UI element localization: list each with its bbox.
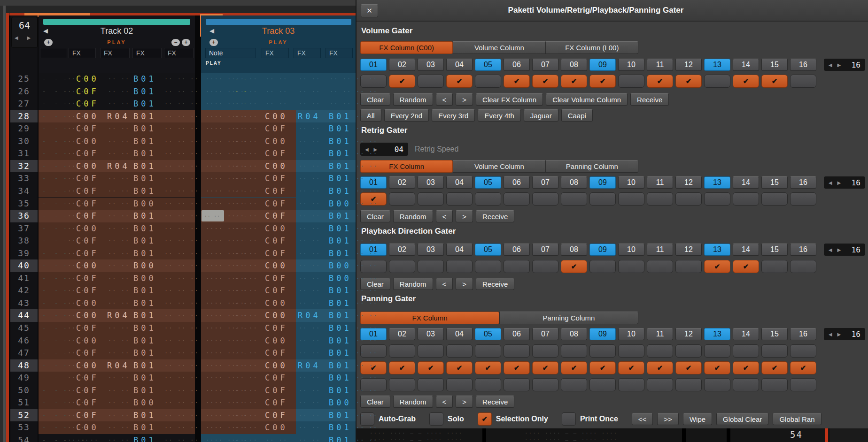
step-checkbox-13[interactable]: ✔ — [704, 260, 730, 273]
step-button-06[interactable]: 06 — [504, 176, 530, 189]
step-button-06[interactable]: 06 — [504, 244, 530, 256]
step-checkbox-10[interactable] — [618, 75, 644, 88]
-button[interactable]: << — [632, 413, 653, 425]
step-button-10[interactable]: 10 — [618, 59, 644, 71]
step-checkbox-08[interactable]: ✔ — [561, 260, 587, 273]
every-4th-button[interactable]: Every 4th — [478, 109, 520, 122]
step-checkbox-10[interactable]: ✔ — [618, 361, 644, 374]
step-checkbox-12[interactable]: ✔ — [675, 361, 702, 374]
every-2nd-button[interactable]: Every 2nd — [384, 109, 429, 122]
step-checkbox-15[interactable]: ✔ — [761, 361, 788, 374]
global-clear-button[interactable]: Global Clear — [716, 413, 768, 425]
pattern-row-track03[interactable]: ···· ···· ··- -C0F·· ··B01·· ·· — [201, 384, 356, 397]
step-checkbox-06[interactable] — [504, 192, 530, 206]
step-button-07[interactable]: 07 — [532, 328, 558, 340]
step-button-02[interactable]: 02 — [389, 328, 415, 340]
step-checkbox-13[interactable] — [704, 344, 730, 358]
-button[interactable]: > — [456, 396, 473, 408]
pattern-row-track02[interactable]: -- -·· ··C0F·· ··B01·· ·· ·· — [39, 322, 195, 335]
step-checkbox-08[interactable] — [561, 192, 587, 206]
step-checkbox-06[interactable] — [504, 378, 530, 391]
step-button-04[interactable]: 04 — [446, 59, 473, 71]
step-checkbox-12[interactable] — [675, 378, 702, 391]
edit-cursor[interactable]: ·· ·· — [202, 210, 224, 221]
step-checkbox-09[interactable] — [589, 378, 616, 391]
pattern-row-track03[interactable]: ···· ···· ··- -C0F·· ··B01·· ·· — [201, 122, 356, 135]
pattern-row-track03[interactable]: ···· ···· ··- -C0F·· ··B01·· ·· — [201, 147, 356, 160]
track-02-title[interactable]: Track 02 — [39, 26, 195, 36]
step-button-11[interactable]: 11 — [647, 176, 673, 189]
switch-volume-column[interactable]: Volume Column — [453, 41, 545, 54]
receive-button[interactable]: Receive — [476, 210, 514, 222]
step-count-spinner[interactable]: ◀ ▶16 — [824, 59, 865, 71]
pattern-row-track02[interactable]: -- -·· ··C00·· ··B01·· ·· ·· — [39, 421, 195, 434]
pattern-row-track02[interactable]: -- -·· ··C0F·· ··B01·· ·· ·· — [39, 210, 195, 222]
step-checkbox-13[interactable] — [704, 75, 730, 88]
step-button-04[interactable]: 04 — [446, 328, 473, 340]
pattern-row-track02[interactable]: -- -·· ···· ···· ··B01·· ·· ·· — [39, 434, 195, 442]
step-button-02[interactable]: 02 — [389, 59, 415, 71]
step-checkbox-11[interactable]: ✔ — [647, 361, 673, 374]
pattern-row-track02[interactable]: -- -·· ··C0F·· ··B01·· ·· ·· — [39, 147, 195, 160]
pattern-row-track02[interactable]: -- -·· ··C0F·· ··B01·· ·· ·· — [39, 172, 195, 185]
step-button-10[interactable]: 10 — [618, 328, 644, 340]
pattern-row-track03[interactable]: ···· ···· ··- -C0F·· ··B00·· ·· — [201, 396, 356, 409]
pattern-row-track02[interactable]: -- -·· ··C0F·· ··B01·· ·· ·· — [39, 409, 195, 422]
step-checkbox-05[interactable] — [475, 344, 501, 358]
step-checkbox-11[interactable] — [647, 344, 673, 358]
pattern-row-track03[interactable]: ···· ···· ··- -C0F·· ··B00·· ·· — [201, 198, 356, 210]
step-button-09[interactable]: 09 — [589, 176, 616, 189]
pattern-row-track03[interactable]: ···· ···· ··- -C0F·· ··B01·· ·· — [201, 347, 356, 359]
step-checkbox-11[interactable]: ✔ — [647, 75, 673, 88]
step-button-15[interactable]: 15 — [761, 176, 788, 189]
step-checkbox-08[interactable]: ✔ — [561, 75, 587, 88]
column-header-blank[interactable] — [40, 48, 67, 58]
step-checkbox-08[interactable] — [561, 378, 587, 391]
step-checkbox-04[interactable]: ✔ — [446, 75, 473, 88]
step-button-03[interactable]: 03 — [418, 328, 444, 340]
step-checkbox-02[interactable] — [389, 344, 415, 358]
add-column-button[interactable]: + — [209, 39, 218, 46]
step-count-spinner[interactable]: ◀ ▶16 — [824, 328, 865, 340]
track-03-title[interactable]: Track 03 — [201, 26, 356, 36]
step-checkbox-03[interactable] — [418, 344, 444, 358]
pattern-row-track02[interactable]: -- -·· ··C0F·· ··B00·· ·· ·· — [39, 272, 195, 285]
step-checkbox-02[interactable] — [389, 192, 415, 206]
pattern-row-track02[interactable]: -- -·· ··C0F·· ··B01·· ·· ·· — [39, 235, 195, 247]
track-02-color-bar[interactable] — [43, 19, 190, 25]
step-button-05[interactable]: 05 — [475, 59, 501, 71]
receive-button[interactable]: Receive — [630, 93, 669, 106]
step-checkbox-15[interactable] — [761, 192, 788, 206]
step-checkbox-02[interactable] — [389, 378, 415, 391]
pattern-row-track03[interactable]: ···· ···· ··- -C00·· ··B01·· ·· — [201, 135, 356, 148]
step-checkbox-08[interactable]: ✔ — [561, 361, 587, 374]
step-button-16[interactable]: 16 — [790, 59, 816, 71]
step-checkbox-04[interactable] — [446, 192, 473, 206]
pattern-row-track02[interactable]: -- -·· ··C00R04B01·· ·· ·· — [39, 160, 195, 173]
step-button-10[interactable]: 10 — [618, 176, 644, 189]
step-button-02[interactable]: 02 — [389, 244, 415, 256]
step-checkbox-12[interactable]: ✔ — [675, 75, 702, 88]
switch-panning-column[interactable]: Panning Column — [499, 312, 638, 324]
step-checkbox-04[interactable] — [446, 378, 473, 391]
step-button-13[interactable]: 13 — [704, 59, 730, 71]
step-button-16[interactable]: 16 — [790, 328, 816, 340]
step-button-12[interactable]: 12 — [675, 244, 702, 256]
column-header-fx[interactable]: FX — [132, 48, 162, 58]
step-button-16[interactable]: 16 — [790, 244, 816, 256]
step-button-14[interactable]: 14 — [733, 328, 759, 340]
pattern-row-track03[interactable]: ···· ···· ··- -C0F·· ··B01·· ·· — [201, 372, 356, 384]
pattern-row-track03[interactable]: ···· ···· ··- -·· ···· ···· ···· ·· — [201, 85, 356, 98]
step-button-13[interactable]: 13 — [704, 244, 730, 256]
step-checkbox-15[interactable] — [761, 378, 788, 391]
step-button-06[interactable]: 06 — [504, 59, 530, 71]
step-checkbox-13[interactable] — [704, 378, 730, 391]
step-checkbox-07[interactable]: ✔ — [532, 75, 558, 88]
step-button-08[interactable]: 08 — [561, 244, 587, 256]
track-03-color-bar[interactable] — [206, 19, 351, 25]
step-checkbox-07[interactable] — [532, 192, 558, 206]
pattern-row-track02[interactable]: -- -·· ··C0F·· ··B01·· ·· ·· — [39, 284, 195, 297]
step-button-02[interactable]: 02 — [389, 176, 415, 189]
step-button-04[interactable]: 04 — [446, 176, 473, 189]
step-checkbox-08[interactable] — [561, 344, 587, 358]
